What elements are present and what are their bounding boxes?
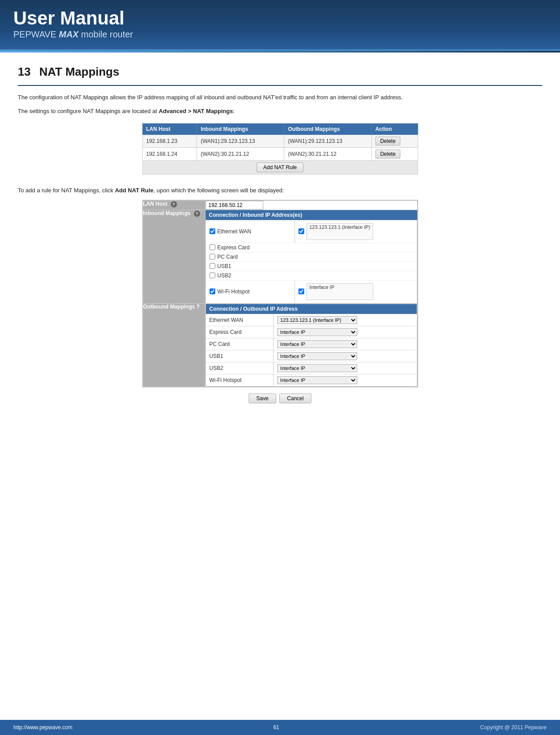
usb2-checkbox[interactable]	[209, 272, 215, 278]
outbound-express-select[interactable]: Interface IP	[277, 328, 357, 336]
express-card-cell: Express Card	[205, 243, 417, 252]
add-nat-cell: Add NAT Rule	[142, 160, 418, 174]
delete-button-2[interactable]: Delete	[375, 150, 401, 158]
add-nat-row: Add NAT Rule	[142, 160, 418, 174]
lan-host-row: LAN Host ?	[143, 200, 417, 210]
outbound-usb1-select-cell: Interface IP	[274, 350, 417, 362]
row2-outbound: (WAN2):30.21.21.12	[284, 147, 371, 160]
outbound-usb2-select-cell: Interface IP	[274, 362, 417, 374]
express-card-row: Express Card	[205, 243, 417, 252]
outbound-usb2-row: USB2 Interface IP	[205, 362, 417, 374]
wifi-hotspot-ip-tag: Interface IP	[306, 283, 373, 300]
outbound-header-connection: Connection / Outbound IP Address	[205, 304, 417, 314]
row2-lan: 192.168.1.24	[142, 147, 197, 160]
cancel-button[interactable]: Cancel	[279, 394, 311, 403]
outbound-value-cell: Connection / Outbound IP Address Etherne…	[205, 303, 417, 386]
save-button[interactable]: Save	[249, 394, 276, 403]
ethernet-wan-row: Ethernet WAN 123.123.123.1 (Interface IP…	[205, 220, 417, 243]
section-title: 13 NAT Mappings	[18, 65, 542, 79]
outbound-label-cell: Outbound Mappings ?	[143, 303, 205, 386]
pc-card-checkbox[interactable]	[209, 254, 215, 260]
wifi-hotspot-ip-checkbox[interactable]	[298, 288, 304, 294]
col-action: Action	[371, 123, 418, 134]
lan-host-label-cell: LAN Host ?	[143, 200, 205, 210]
outbound-ethernet-select[interactable]: 123.123.123.1 (Interface IP)	[277, 316, 357, 324]
ethernet-wan-ip-tag: 123.123.123.1 (Interface IP)	[306, 223, 374, 240]
header-subtitle-suffix: mobile router	[79, 29, 133, 39]
usb2-checkbox-row: USB2	[209, 272, 413, 279]
outbound-usb1-row: USB1 Interface IP	[205, 350, 417, 362]
lan-host-value-cell	[205, 200, 417, 210]
row1-outbound: (WAN1):29.123.123.13	[284, 134, 371, 147]
pc-card-row: PC Card	[205, 252, 417, 261]
outbound-pccard-select-cell: Interface IP	[274, 338, 417, 350]
page-footer: http://www.pepwave.com 61 Copyright @ 20…	[0, 720, 560, 735]
outbound-pccard-row: PC Card Interface IP	[205, 338, 417, 350]
delete-button-1[interactable]: Delete	[375, 137, 401, 146]
outbound-ethernet-row: Ethernet WAN 123.123.123.1 (Interface IP…	[205, 314, 417, 326]
usb1-cell: USB1	[205, 261, 417, 271]
outbound-usb2-select[interactable]: Interface IP	[277, 364, 357, 372]
description-1: The configuration of NAT Mappings allows…	[18, 93, 542, 102]
row1-action: Delete	[371, 134, 418, 147]
ethernet-wan-ip-row: 123.123.123.1 (Interface IP)	[298, 223, 413, 240]
ethernet-wan-checkbox[interactable]	[209, 228, 215, 234]
express-card-checkbox[interactable]	[209, 244, 215, 250]
nat-rule-form: LAN Host ? Inbound Mappings ? Connection…	[142, 200, 418, 387]
main-content: 13 NAT Mappings The configuration of NAT…	[0, 53, 560, 439]
ethernet-wan-ip-cell: 123.123.123.1 (Interface IP)	[294, 220, 417, 243]
inbound-section-header: Connection / Inbound IP Address(es)	[205, 210, 417, 220]
add-nat-button[interactable]: Add NAT Rule	[257, 162, 304, 172]
ethernet-wan-ip-checkbox[interactable]	[298, 228, 304, 234]
usb1-row: USB1	[205, 261, 417, 271]
row1-inbound: (WAN1):29.123.123.13	[197, 134, 284, 147]
pc-card-checkbox-row: PC Card	[209, 254, 413, 260]
col-outbound: Outbound Mappings	[284, 123, 371, 134]
outbound-help-icon[interactable]: ?	[197, 304, 200, 310]
col-inbound: Inbound Mappings	[197, 123, 284, 134]
footer-copyright: Copyright @ 2011 Pepwave	[480, 724, 547, 731]
outbound-pccard-select[interactable]: Interface IP	[277, 340, 357, 348]
nat-table-wrap: LAN Host Inbound Mappings Outbound Mappi…	[142, 123, 418, 175]
page-header: User Manual PEPWAVE MAX mobile router	[0, 0, 560, 51]
usb1-checkbox[interactable]	[209, 263, 215, 269]
outbound-ethernet-select-cell: 123.123.123.1 (Interface IP)	[274, 314, 417, 326]
outbound-usb2-label: USB2	[205, 362, 274, 374]
outbound-express-select-cell: Interface IP	[274, 326, 417, 338]
form-buttons: Save Cancel	[18, 394, 542, 403]
outbound-wifi-row: Wi-Fi Hotspot Interface IP	[205, 374, 417, 386]
table-row: 192.168.1.24 (WAN2):30.21.21.12 (WAN2):3…	[142, 147, 418, 160]
row2-action: Delete	[371, 147, 418, 160]
outbound-header-row: Connection / Outbound IP Address	[205, 304, 417, 314]
inbound-row: Inbound Mappings ? Connection / Inbound …	[143, 210, 417, 303]
usb2-row: USB2	[205, 271, 417, 280]
to-add-paragraph: To add a rule for NAT Mappings, click Ad…	[18, 187, 542, 194]
col-lan-host: LAN Host	[142, 123, 197, 134]
outbound-ethernet-label: Ethernet WAN	[205, 314, 274, 326]
usb2-cell: USB2	[205, 271, 417, 280]
header-subtitle: PEPWAVE MAX mobile router	[13, 29, 547, 40]
lan-host-help-icon[interactable]: ?	[171, 201, 177, 207]
outbound-usb1-label: USB1	[205, 350, 274, 362]
header-subtitle-prefix: PEPWAVE	[13, 29, 59, 39]
outbound-row: Outbound Mappings ? Connection / Outboun…	[143, 303, 417, 386]
wifi-hotspot-checkbox-row: Wi-Fi Hotspot	[209, 288, 291, 295]
header-max: MAX	[59, 29, 78, 39]
section-divider	[18, 85, 542, 86]
description-2: The settings to configure NAT Mappings a…	[18, 107, 542, 116]
outbound-wifi-select-cell: Interface IP	[274, 374, 417, 386]
ethernet-wan-checkbox-row: Ethernet WAN	[209, 228, 291, 235]
usb1-checkbox-row: USB1	[209, 263, 413, 269]
inbound-value-cell: Connection / Inbound IP Address(es) Ethe…	[205, 210, 417, 303]
outbound-wifi-select[interactable]: Interface IP	[277, 376, 357, 384]
inbound-help-icon[interactable]: ?	[194, 211, 200, 217]
outbound-wifi-label: Wi-Fi Hotspot	[205, 374, 274, 386]
wifi-hotspot-checkbox[interactable]	[209, 288, 215, 294]
outbound-inner-table: Connection / Outbound IP Address Etherne…	[205, 304, 417, 386]
express-card-checkbox-row: Express Card	[209, 244, 413, 251]
form-table: LAN Host ? Inbound Mappings ? Connection…	[143, 200, 418, 387]
lan-host-input[interactable]	[205, 201, 263, 210]
row2-inbound: (WAN2):30.21.21.12	[197, 147, 284, 160]
outbound-usb1-select[interactable]: Interface IP	[277, 352, 357, 360]
outbound-express-label: Express Card	[205, 326, 274, 338]
